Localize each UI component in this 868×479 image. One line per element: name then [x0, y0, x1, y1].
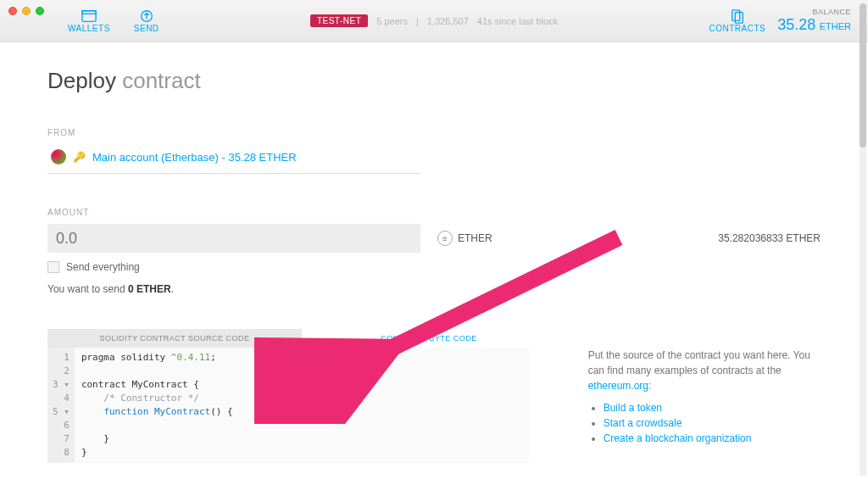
send-summary: You want to send 0 ETHER.: [47, 283, 821, 295]
code-editor[interactable]: 123 ▾45 ▾678 pragma solidity ^0.4.11; co…: [47, 348, 529, 463]
amount-input[interactable]: [47, 224, 420, 253]
testnet-badge: TEST-NET: [310, 14, 368, 27]
ethereum-link[interactable]: ethereum.org: [588, 380, 648, 392]
nav-send-label: SEND: [134, 24, 159, 33]
svg-rect-4: [735, 13, 743, 24]
help-link-org[interactable]: Create a blockchain organization: [604, 432, 752, 444]
available-balance: 35.282036833 ETHER: [718, 232, 821, 244]
tab-source-code[interactable]: SOLIDITY CONTRACT SOURCE CODE: [47, 329, 302, 348]
code-area: 123 ▾45 ▾678 pragma solidity ^0.4.11; co…: [47, 348, 821, 463]
page-title-bold: Deploy: [47, 68, 116, 93]
page-title: Deploy contract: [47, 68, 821, 94]
window-controls: [8, 7, 44, 15]
window-scrollbar[interactable]: [860, 3, 866, 476]
minimize-window-icon[interactable]: [22, 7, 31, 15]
svg-rect-1: [82, 11, 96, 14]
unit-select[interactable]: ≡ ETHER: [437, 231, 492, 246]
send-everything-checkbox[interactable]: [47, 261, 59, 273]
send-everything-row: Send everything: [47, 261, 821, 273]
block-number: 1,326,507: [427, 16, 469, 26]
code-content: pragma solidity ^0.4.11; contract MyCont…: [75, 348, 240, 463]
tab-byte-code[interactable]: CONTRACT BYTE CODE: [302, 329, 556, 348]
maximize-window-icon[interactable]: [36, 7, 44, 15]
nav-contracts-label: CONTRACTS: [709, 24, 765, 33]
status-bar: TEST-NET 5 peers | 1,326,507 41s since l…: [159, 14, 709, 27]
from-account-text: Main account (Etherbase) - 35.28 ETHER: [92, 151, 297, 164]
nav-wallets-label: WALLETS: [68, 24, 110, 33]
topbar: WALLETS SEND TEST-NET 5 peers | 1,326,50…: [0, 0, 868, 42]
balance-unit: ETHER: [820, 21, 851, 31]
nav-wallets[interactable]: WALLETS: [68, 8, 110, 33]
send-icon: [137, 8, 156, 24]
code-tabs: SOLIDITY CONTRACT SOURCE CODE CONTRACT B…: [47, 329, 821, 348]
nav-contracts[interactable]: CONTRACTS: [709, 8, 765, 33]
wallet-icon: [80, 8, 98, 24]
peers-count: 5 peers: [376, 16, 408, 26]
amount-row: ≡ ETHER 35.282036833 ETHER: [47, 224, 821, 253]
amount-label: AMOUNT: [47, 208, 821, 217]
balance-value: 35.28: [777, 16, 815, 33]
page-body: Deploy contract FROM 🔑 Main account (Eth…: [0, 42, 868, 479]
balance-label: BALANCE: [777, 8, 851, 16]
close-window-icon[interactable]: [8, 7, 17, 15]
from-account-select[interactable]: 🔑 Main account (Etherbase) - 35.28 ETHER: [47, 144, 420, 174]
key-icon: 🔑: [73, 151, 86, 163]
send-everything-label: Send everything: [66, 261, 140, 273]
line-gutter: 123 ▾45 ▾678: [47, 348, 75, 463]
account-avatar-icon: [51, 149, 66, 164]
nav-send[interactable]: SEND: [134, 8, 159, 33]
unit-select-icon: ≡: [437, 231, 453, 246]
from-label: FROM: [47, 128, 821, 137]
svg-rect-3: [732, 10, 740, 21]
nav-left: WALLETS SEND: [68, 8, 159, 33]
page-title-thin: contract: [122, 68, 201, 93]
svg-rect-0: [82, 11, 96, 22]
help-link-token[interactable]: Build a token: [604, 402, 662, 414]
help-panel: Put the source of the contract you want …: [588, 348, 821, 463]
last-block-time: 41s since last block: [477, 16, 558, 26]
contracts-icon: [728, 8, 747, 24]
help-link-crowdsale[interactable]: Start a crowdsale: [604, 417, 682, 429]
scrollbar-thumb[interactable]: [860, 3, 866, 148]
balance-block: BALANCE 35.28 ETHER: [777, 8, 851, 34]
unit-label: ETHER: [458, 232, 492, 244]
